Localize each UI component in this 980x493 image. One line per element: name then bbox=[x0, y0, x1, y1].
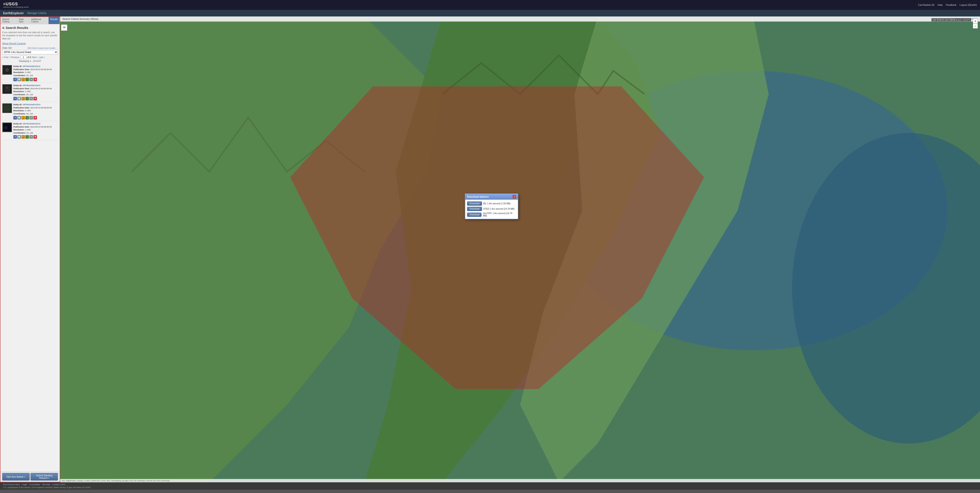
action-icon-download-2[interactable]: ⬇ bbox=[13, 97, 17, 100]
action-icon-exclude-3[interactable]: ✖ bbox=[33, 116, 37, 119]
resolution-4: 1-ARC bbox=[25, 128, 31, 131]
result-info: Entity ID: SRTM1N34E126V3 Publication Da… bbox=[13, 122, 58, 139]
action-icon-preview-2[interactable]: 🔍 bbox=[21, 97, 25, 100]
criteria-summary-text[interactable]: Search Criteria Summary (Show) bbox=[62, 17, 98, 20]
submit-standing-button[interactable]: Submit Standing Request » bbox=[30, 473, 58, 480]
download-option-3: Download GeoTIFF 1 Arc-second (24.76 MB) bbox=[467, 212, 516, 217]
footer-sitemap[interactable]: Site Map bbox=[42, 483, 50, 486]
download-bil-button[interactable]: Download bbox=[467, 201, 482, 206]
tab-data-sets[interactable]: Data Sets bbox=[17, 17, 29, 24]
results-list: Entity ID: SRTM1N33E125V3 Publication Da… bbox=[2, 63, 58, 140]
download-dted-button[interactable]: Download bbox=[467, 207, 482, 211]
action-icon-exclude-4[interactable]: ✖ bbox=[33, 135, 37, 139]
section-description: If you selected more than one data set t… bbox=[2, 31, 58, 40]
download-dted-desc: DTED 1 Arc-second (24.78 MB) bbox=[483, 208, 515, 210]
map-locate-button[interactable]: 🗺 bbox=[61, 24, 67, 31]
action-icon-preview-1[interactable]: 🔍 bbox=[21, 78, 25, 81]
action-icon-preview-4[interactable]: 🔍 bbox=[21, 135, 25, 139]
tab-additional-criteria[interactable]: Additional Criteria bbox=[29, 17, 49, 24]
svg-rect-7 bbox=[3, 105, 11, 112]
result-thumbnail bbox=[2, 122, 12, 132]
data-set-label: Data Set bbox=[2, 46, 12, 49]
action-icon-metadata-2[interactable]: 📄 bbox=[18, 97, 21, 100]
tab-search-criteria[interactable]: Search Criteria bbox=[0, 17, 17, 24]
action-icon-footprint-4[interactable]: 📍 bbox=[25, 135, 29, 139]
app-header: ≡USGS science for a changing world Cart … bbox=[0, 0, 980, 10]
result-info: Entity ID: SRTM1N34E125V3 Publication Da… bbox=[13, 103, 58, 119]
download-geotiff-button[interactable]: Download bbox=[467, 212, 482, 217]
action-icon-compare-2[interactable]: ⊕ bbox=[29, 97, 33, 100]
pub-date-2: 2014-09-23 00:00:00-05 bbox=[30, 87, 52, 90]
logo-sub: science for a changing world bbox=[3, 6, 29, 8]
entity-id-1: SRTM1N33E125V3 bbox=[23, 65, 40, 67]
action-icon-footprint-2[interactable]: 📍 bbox=[25, 97, 29, 100]
download-dialog-title: Download Options bbox=[467, 195, 488, 198]
pagination-prev[interactable]: ‹ Previous bbox=[10, 56, 19, 59]
action-icon-metadata-3[interactable]: 📄 bbox=[18, 116, 21, 119]
coordinate-display: Lat: 32.91 N, Lon: 126.90 E (11 7' 43 57… bbox=[931, 18, 971, 21]
svg-point-9 bbox=[4, 126, 8, 130]
action-icon-download-1[interactable]: ⬇ bbox=[13, 78, 17, 81]
action-icon-download-4[interactable]: ⬇ bbox=[13, 135, 17, 139]
result-item: Entity ID: SRTM1N33E126V3 Publication Da… bbox=[2, 83, 58, 102]
download-option-2: Download DTED 1 Arc-second (24.78 MB) bbox=[467, 207, 516, 211]
svg-point-2 bbox=[6, 69, 8, 71]
action-icon-metadata-1[interactable]: 📄 bbox=[18, 78, 21, 81]
export-link[interactable]: Click here to export your results → bbox=[27, 47, 58, 49]
action-icon-download-3[interactable]: ⬇ bbox=[13, 116, 17, 119]
header-nav: Cart Basket (0) Help Feedback Logout (EE… bbox=[918, 3, 977, 6]
action-icon-preview-3[interactable]: 🔍 bbox=[21, 116, 25, 119]
svg-point-5 bbox=[6, 87, 8, 89]
footer-privacy[interactable]: DOI Privacy Policy bbox=[3, 483, 20, 486]
download-option-1: Download BIL 1 Arc-second (1.93 MB) bbox=[467, 201, 516, 206]
result-item: Entity ID: SRTM1N34E125V3 Publication Da… bbox=[2, 102, 58, 121]
action-icon-metadata-4[interactable]: 📄 bbox=[18, 135, 21, 139]
nav-feedback[interactable]: Feedback bbox=[946, 3, 956, 6]
nav-logout[interactable]: Logout (EEarth) bbox=[959, 3, 977, 6]
action-icon-exclude-2[interactable]: ✖ bbox=[33, 97, 37, 100]
result-actions-4: ⬇ 📄 🔍 📍 ⊕ ✖ bbox=[13, 135, 58, 139]
result-thumbnail bbox=[2, 65, 12, 75]
action-icon-exclude-1[interactable]: ✖ bbox=[33, 78, 37, 81]
map-area[interactable]: Search Criteria Summary (Show) Clear Sea… bbox=[60, 16, 980, 482]
view-basket-button[interactable]: View Item Basket » bbox=[2, 473, 30, 480]
download-dialog: Download Options × Download BIL 1 Arc-se… bbox=[465, 193, 518, 219]
nav-help[interactable]: Help bbox=[937, 3, 943, 6]
result-info: Entity ID: SRTM1N33E126V3 Publication Da… bbox=[13, 84, 58, 100]
coords-3: 34, 125 bbox=[26, 113, 33, 115]
download-dialog-close-button[interactable]: × bbox=[512, 195, 516, 198]
result-actions-2: ⬇ 📄 🔍 📍 ⊕ ✖ bbox=[13, 97, 58, 100]
tab-results[interactable]: Results bbox=[49, 17, 60, 24]
pub-date-4: 2014-09-23 00:00:00-05 bbox=[30, 126, 52, 128]
map-zoom-controls: + − bbox=[973, 19, 978, 29]
show-result-controls[interactable]: Show Result Controls bbox=[2, 42, 58, 45]
pagination-first[interactable]: « First bbox=[2, 56, 8, 59]
manage-criteria-link[interactable]: Manage Criteria bbox=[27, 11, 46, 15]
footer-legal[interactable]: Legal bbox=[22, 483, 27, 486]
pagination-next[interactable]: Next › bbox=[32, 56, 38, 59]
footer-accessibility[interactable]: Accessibility bbox=[29, 483, 40, 486]
left-panel: Search Criteria Data Sets Additional Cri… bbox=[0, 16, 60, 482]
result-actions-1: ⬇ 📄 🔍 📍 ⊕ ✖ bbox=[13, 78, 58, 81]
action-icon-compare-1[interactable]: ⊕ bbox=[29, 78, 33, 81]
app-title: EarthExplorer bbox=[3, 11, 24, 15]
zoom-in-button[interactable]: + bbox=[973, 19, 978, 24]
action-icon-footprint-3[interactable]: 📍 bbox=[25, 116, 29, 119]
nav-cart[interactable]: Cart Basket (0) bbox=[918, 3, 934, 6]
pub-date-1: 2014-09-23 00:00:00-05 bbox=[30, 68, 52, 71]
entity-id-2: SRTM1N33E126V3 bbox=[23, 84, 40, 87]
header-logo: ≡USGS science for a changing world bbox=[3, 2, 29, 8]
pub-date-3: 2014-09-23 00:00:00-05 bbox=[30, 106, 52, 109]
footer-contact[interactable]: Contact USGS bbox=[52, 483, 65, 486]
dataset-select[interactable]: SRTM 1 Arc-Second Global bbox=[2, 50, 58, 54]
zoom-out-button[interactable]: − bbox=[973, 24, 978, 29]
entity-id-4: SRTM1N34E126V3 bbox=[23, 123, 40, 125]
action-icon-footprint-1[interactable]: 📍 bbox=[25, 78, 29, 81]
download-dialog-body: Download BIL 1 Arc-second (1.93 MB) Down… bbox=[465, 200, 518, 219]
pagination-last[interactable]: Last » bbox=[39, 56, 45, 59]
download-dialog-header: Download Options × bbox=[465, 194, 518, 200]
criteria-bar: Search Criteria Summary (Show) Clear Sea… bbox=[60, 16, 980, 22]
pagination-page-input[interactable] bbox=[20, 55, 27, 59]
action-icon-compare-3[interactable]: ⊕ bbox=[29, 116, 33, 119]
action-icon-compare-4[interactable]: ⊕ bbox=[29, 135, 33, 139]
